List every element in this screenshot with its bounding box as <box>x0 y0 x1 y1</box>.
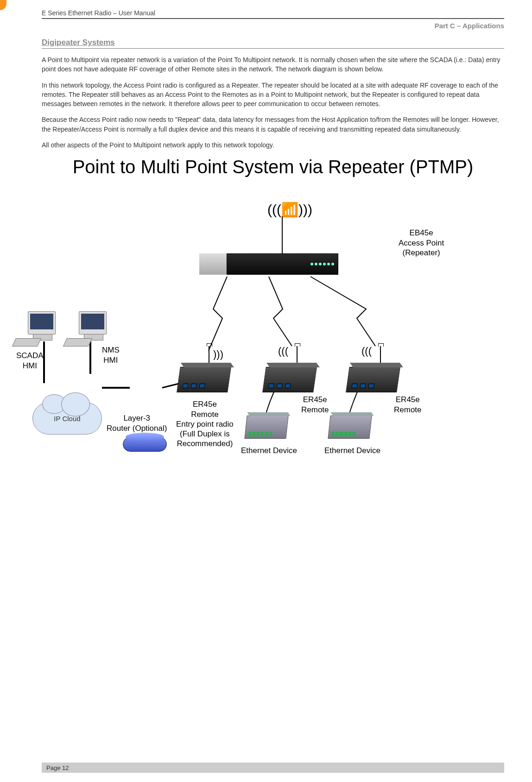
nms-pc <box>79 311 107 334</box>
router-device <box>123 437 167 452</box>
eth-device-1 <box>246 416 287 439</box>
nms-label: NMS HMI <box>102 345 120 365</box>
remote2-label: ER45e Remote <box>394 395 422 415</box>
page-footer: Page 12 <box>42 763 504 773</box>
entry-radio-label: ER45e Remote Entry point radio (Full Dup… <box>176 399 234 448</box>
entry-radio-device <box>178 367 229 392</box>
waves-icon: ((( <box>278 345 288 357</box>
page-number: Page 12 <box>46 764 69 771</box>
remote1-device <box>264 367 315 392</box>
access-point-device <box>199 253 338 275</box>
diagram-title: Point to Multi Point System via Repeater… <box>42 156 504 177</box>
waves-icon: ))) <box>213 348 223 360</box>
paragraph-3: Because the Access Point radio now needs… <box>42 115 504 134</box>
ip-cloud-label: IP Cloud <box>54 415 80 423</box>
ip-cloud: IP Cloud <box>32 402 102 435</box>
eth-device-2-label: Ethernet Device <box>324 446 380 455</box>
remote2-device <box>348 367 399 392</box>
eth-device-2 <box>329 416 371 439</box>
router-label: Layer-3 Router (Optional) <box>107 413 167 433</box>
scada-label: SCADA HMI <box>16 351 44 371</box>
header-divider <box>42 18 504 19</box>
antenna-mast <box>282 216 283 253</box>
paragraph-1: A Point to Multipoint via repeater netwo… <box>42 55 504 74</box>
document-title: E Series Ethernet Radio – User Manual <box>42 9 504 18</box>
scada-pc <box>28 311 56 334</box>
body-text: A Point to Multipoint via repeater netwo… <box>42 55 504 150</box>
network-diagram: Point to Multi Point System via Repeater… <box>42 156 504 504</box>
section-heading: Digipeater Systems <box>42 38 504 49</box>
access-point-label: EB45e Access Point (Repeater) <box>399 228 444 258</box>
eth-device-1-label: Ethernet Device <box>241 446 297 455</box>
antenna-waves-icon: (((📶))) <box>267 202 312 218</box>
remote1-label: ER45e Remote <box>301 395 329 415</box>
paragraph-4: All other aspects of the Point to Multip… <box>42 140 504 150</box>
part-label: Part C – Applications <box>42 22 504 30</box>
paragraph-2: In this network topology, the Access Poi… <box>42 81 504 109</box>
waves-icon: ((( <box>361 345 372 357</box>
